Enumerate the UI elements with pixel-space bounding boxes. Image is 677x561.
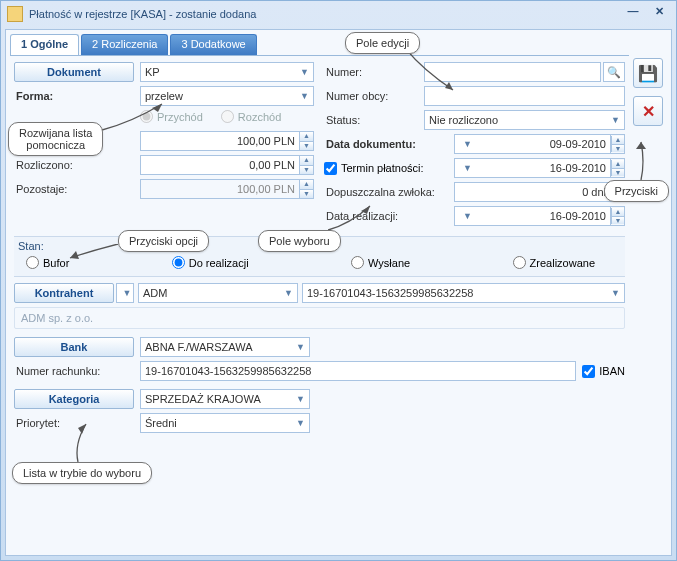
przychod-radio: Przychód bbox=[140, 110, 203, 123]
dokument-value: KP bbox=[145, 66, 160, 78]
window-icon bbox=[7, 6, 23, 22]
spin-down-icon: ▼ bbox=[299, 190, 313, 199]
kontrahent-subtext: ADM sp. z o.o. bbox=[14, 307, 625, 329]
chevron-down-icon: ▼ bbox=[300, 67, 309, 77]
kwota-label: Kwota: bbox=[14, 135, 134, 147]
spin-down-icon[interactable]: ▼ bbox=[299, 142, 313, 151]
save-icon: 💾 bbox=[638, 64, 658, 83]
bank-button[interactable]: Bank bbox=[14, 337, 134, 357]
close-icon: ✕ bbox=[642, 102, 655, 121]
forma-label: Forma: bbox=[14, 90, 134, 102]
chevron-down-icon: ▼ bbox=[463, 211, 472, 221]
spin-down-icon[interactable]: ▼ bbox=[299, 166, 313, 175]
kontrahent-dropdown[interactable]: ▼ bbox=[116, 283, 134, 303]
termin-checkbox[interactable]: Termin płatności: bbox=[324, 162, 454, 175]
kontrahent-button[interactable]: Kontrahent bbox=[14, 283, 114, 303]
numer-search-button[interactable]: 🔍 bbox=[603, 62, 625, 82]
dokument-button[interactable]: Dokument bbox=[14, 62, 134, 82]
termin-combo[interactable]: ▼ 16-09-2010 bbox=[454, 158, 611, 178]
forma-value: przelew bbox=[145, 90, 183, 102]
window-title: Płatność w rejestrze [KASA] - zostanie d… bbox=[29, 8, 256, 20]
kategoria-button[interactable]: Kategoria bbox=[14, 389, 134, 409]
kontrahent-account-combo[interactable]: 19-16701043-1563259985632258▼ bbox=[302, 283, 625, 303]
rachunek-input[interactable] bbox=[140, 361, 576, 381]
numer-input[interactable] bbox=[424, 62, 601, 82]
rozliczono-label: Rozliczono: bbox=[14, 159, 134, 171]
zwloka-input[interactable] bbox=[454, 182, 625, 202]
save-button[interactable]: 💾 bbox=[633, 58, 663, 88]
chevron-down-icon: ▼ bbox=[463, 163, 472, 173]
rozliczono-input[interactable] bbox=[140, 155, 314, 175]
priorytet-combo[interactable]: Średni▼ bbox=[140, 413, 310, 433]
iban-checkbox[interactable]: IBAN bbox=[582, 365, 625, 378]
stan-zrealizowane-radio[interactable]: Zrealizowane bbox=[513, 256, 595, 269]
forma-combo[interactable]: przelew ▼ bbox=[140, 86, 314, 106]
priorytet-label: Priorytet: bbox=[14, 417, 134, 429]
zwloka-label: Dopuszczalna zwłoka: bbox=[324, 186, 454, 198]
realizacji-value: 16-09-2010 bbox=[472, 210, 606, 222]
stan-label: Stan: bbox=[18, 240, 621, 252]
kwota-input[interactable] bbox=[140, 131, 314, 151]
rozchod-radio: Rozchód bbox=[221, 110, 281, 123]
chevron-down-icon: ▼ bbox=[463, 139, 472, 149]
window: Płatność w rejestrze [KASA] - zostanie d… bbox=[0, 0, 677, 561]
dokument-combo[interactable]: KP ▼ bbox=[140, 62, 314, 82]
minimize-button[interactable]: — bbox=[622, 5, 644, 23]
tab-ogolne[interactable]: 1 Ogólne bbox=[10, 34, 79, 55]
chevron-down-icon: ▼ bbox=[611, 115, 620, 125]
rachunek-label: Numer rachunku: bbox=[14, 365, 134, 377]
spin-up-icon: ▲ bbox=[299, 180, 313, 190]
realizacji-combo[interactable]: ▼ 16-09-2010 bbox=[454, 206, 611, 226]
chevron-down-icon: ▼ bbox=[300, 91, 309, 101]
search-icon: 🔍 bbox=[607, 66, 621, 79]
spin-up-icon[interactable]: ▲ bbox=[299, 132, 313, 142]
data-dokumentu-value: 09-09-2010 bbox=[472, 138, 606, 150]
numer-obcy-input[interactable] bbox=[424, 86, 625, 106]
termin-value: 16-09-2010 bbox=[472, 162, 606, 174]
close-button[interactable]: ✕ bbox=[648, 5, 670, 23]
tabs: 1 Ogólne 2 Rozliczenia 3 Dodatkowe bbox=[10, 34, 629, 56]
tab-rozliczenia[interactable]: 2 Rozliczenia bbox=[81, 34, 168, 55]
kategoria-combo[interactable]: SPRZEDAŻ KRAJOWA▼ bbox=[140, 389, 310, 409]
status-label: Status: bbox=[324, 114, 424, 126]
stan-wyslane-radio[interactable]: Wysłane bbox=[351, 256, 410, 269]
realizacji-label: Data realizacji: bbox=[324, 210, 454, 222]
data-dokumentu-label: Data dokumentu: bbox=[324, 138, 454, 150]
pozostaje-input bbox=[140, 179, 314, 199]
status-combo[interactable]: Nie rozliczono ▼ bbox=[424, 110, 625, 130]
titlebar: Płatność w rejestrze [KASA] - zostanie d… bbox=[1, 1, 676, 27]
stan-dorealizacji-radio[interactable]: Do realizacji bbox=[172, 256, 249, 269]
kontrahent-combo[interactable]: ADM▼ bbox=[138, 283, 298, 303]
bank-combo[interactable]: ABNA F./WARSZAWA▼ bbox=[140, 337, 310, 357]
data-dokumentu-combo[interactable]: ▼ 09-09-2010 bbox=[454, 134, 611, 154]
tab-dodatkowe[interactable]: 3 Dodatkowe bbox=[170, 34, 256, 55]
stan-group: Stan: Bufor Do realizacji Wysłane Zreali… bbox=[14, 236, 625, 277]
status-value: Nie rozliczono bbox=[429, 114, 498, 126]
pozostaje-label: Pozostaje: bbox=[14, 183, 134, 195]
cancel-button[interactable]: ✕ bbox=[633, 96, 663, 126]
numer-label: Numer: bbox=[324, 66, 424, 78]
callout-lista-tryb: Lista w trybie do wyboru bbox=[12, 462, 152, 484]
stan-bufor-radio[interactable]: Bufor bbox=[26, 256, 69, 269]
spin-up-icon[interactable]: ▲ bbox=[299, 156, 313, 166]
numer-obcy-label: Numer obcy: bbox=[324, 90, 424, 102]
